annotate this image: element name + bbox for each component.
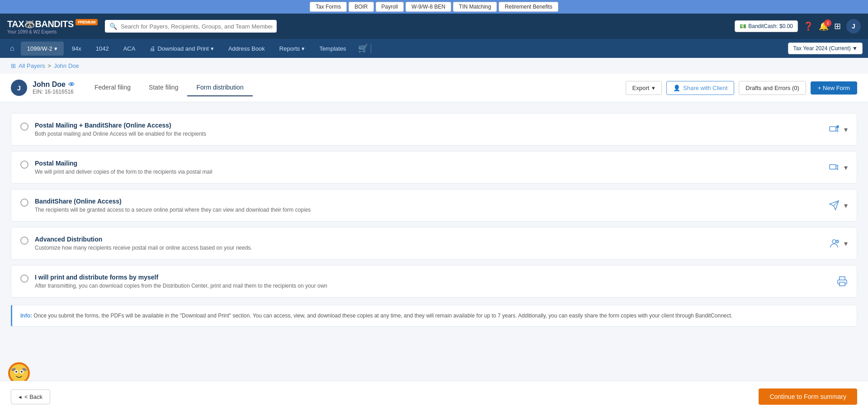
- option-text: Advanced Distribution Customize how many…: [35, 236, 252, 251]
- top-nav-retirement[interactable]: Retirement Benefits: [499, 2, 558, 12]
- radio-self-print[interactable]: [20, 275, 28, 283]
- option-right: ▾: [829, 200, 848, 211]
- top-nav-tax-forms[interactable]: Tax Forms: [310, 2, 347, 12]
- share-client-button[interactable]: 👤 Share with Client: [666, 81, 734, 95]
- logo-sub: Your 1099 & W2 Experts: [7, 29, 98, 34]
- info-label: Info:: [20, 313, 32, 319]
- home-button[interactable]: ⌂: [5, 42, 19, 55]
- option-right: ▾: [829, 238, 848, 249]
- cart-icon[interactable]: 🛒: [358, 43, 368, 53]
- nav-94x[interactable]: 94x: [66, 42, 88, 56]
- breadcrumb-all-payers[interactable]: All Payers: [19, 62, 45, 69]
- postal-banditshare-icon: [829, 124, 840, 135]
- back-button[interactable]: ◂ < Back: [11, 389, 50, 404]
- search-box: 🔍: [105, 20, 277, 33]
- option-chevron: ▾: [844, 201, 848, 210]
- visibility-icon[interactable]: 👁: [68, 81, 75, 88]
- share-client-label: Share with Client: [683, 85, 727, 91]
- bandit-cash-icon: 💵: [740, 23, 746, 29]
- nav-1099-w2[interactable]: 1099/W-2 ▾: [21, 42, 64, 56]
- footer: ◂ < Back Continue to Form summary: [0, 381, 868, 412]
- option-title: I will print and distribute forms by mys…: [35, 274, 327, 281]
- radio-banditshare[interactable]: [20, 199, 28, 207]
- nav-reports-label: Reports: [279, 45, 300, 52]
- option-right: ▾: [829, 124, 848, 135]
- option-desc: Customize how many recipients receive po…: [35, 245, 252, 251]
- option-text: BanditShare (Online Access) The recipien…: [35, 198, 311, 213]
- advanced-distribution-option[interactable]: Advanced Distribution Customize how many…: [11, 227, 857, 260]
- nav-divider: [371, 44, 371, 53]
- postal-icon: [829, 162, 840, 173]
- radio-advanced[interactable]: [20, 237, 28, 245]
- continue-button[interactable]: Continue to Form summary: [759, 388, 857, 405]
- action-buttons: Export ▾ 👤 Share with Client Drafts and …: [626, 81, 858, 95]
- postal-mailing-option[interactable]: Postal Mailing We will print and deliver…: [11, 151, 857, 184]
- back-icon: ◂: [19, 393, 22, 400]
- payer-name-text: John Doe: [33, 81, 66, 89]
- postal-banditshare-option[interactable]: Postal Mailing + BanditShare (Online Acc…: [11, 113, 857, 146]
- main-navigation: ⌂ 1099/W-2 ▾ 94x 1042 ACA 🖨 Download and…: [0, 39, 868, 58]
- tax-year-selector[interactable]: Tax Year 2024 (Current) ▼: [788, 43, 863, 54]
- bandit-cash-button[interactable]: 💵 BanditCash: $0.00: [735, 20, 798, 32]
- content-header: J John Doe 👁 EIN: 16-1616516 Federal fil…: [0, 74, 868, 102]
- search-icon: 🔍: [109, 23, 117, 30]
- notifications-button[interactable]: 🔔 2: [819, 21, 829, 31]
- banditshare-option[interactable]: BanditShare (Online Access) The recipien…: [11, 189, 857, 222]
- send-icon: [829, 200, 840, 211]
- radio-postal-mailing[interactable]: [20, 161, 28, 169]
- main-content: Postal Mailing + BanditShare (Online Acc…: [0, 102, 868, 412]
- header: TAX🦝BANDITSPREMIUM Your 1099 & W2 Expert…: [0, 14, 868, 39]
- payer-info: J John Doe 👁 EIN: 16-1616516: [11, 80, 75, 96]
- info-text: Once you submit the forms, the PDFs will…: [33, 313, 732, 319]
- search-input[interactable]: [121, 23, 272, 30]
- top-nav-w9-w8[interactable]: W-9/W-8 BEN: [406, 2, 451, 12]
- tab-federal-filing[interactable]: Federal filing: [85, 79, 140, 96]
- export-chevron-icon: ▾: [652, 85, 655, 91]
- svg-rect-0: [830, 127, 836, 131]
- drafts-label: Drafts and Errors (0): [745, 85, 799, 91]
- help-button[interactable]: ❓: [803, 21, 813, 31]
- tab-state-filing[interactable]: State filing: [140, 79, 187, 96]
- nav-download-print[interactable]: 🖨 Download and Print ▾: [143, 42, 220, 56]
- cart-area: 🛒: [354, 43, 375, 53]
- breadcrumb-current-payer[interactable]: John Doe: [54, 62, 79, 69]
- new-form-label: + New Form: [818, 85, 850, 91]
- svg-point-7: [10, 364, 28, 382]
- search-area: 🔍: [105, 20, 727, 33]
- option-desc: Both postal mailing and Online Access wi…: [35, 131, 206, 137]
- nav-aca-label: ACA: [123, 45, 136, 52]
- option-right: ▾: [829, 162, 848, 173]
- top-nav-tin-matching[interactable]: TIN Matching: [453, 2, 497, 12]
- self-print-option[interactable]: I will print and distribute forms by mys…: [11, 265, 857, 298]
- option-desc: We will print and deliver copies of the …: [35, 169, 212, 175]
- payer-ein: EIN: 16-1616516: [33, 89, 75, 95]
- user-avatar[interactable]: J: [846, 19, 861, 33]
- svg-point-3: [832, 240, 836, 243]
- top-nav-boir[interactable]: BOIR: [349, 2, 373, 12]
- nav-1099-w2-chevron: ▾: [54, 45, 57, 52]
- drafts-errors-button[interactable]: Drafts and Errors (0): [739, 81, 806, 95]
- continue-label: Continue to Form summary: [769, 393, 846, 400]
- nav-templates[interactable]: Templates: [313, 42, 352, 56]
- option-left: Postal Mailing + BanditShare (Online Acc…: [20, 122, 206, 137]
- top-navigation: Tax Forms BOIR Payroll W-9/W-8 BEN TIN M…: [0, 0, 868, 14]
- export-button[interactable]: Export ▾: [626, 81, 662, 95]
- notification-badge: 2: [824, 19, 831, 27]
- nav-reports[interactable]: Reports ▾: [273, 42, 311, 56]
- apps-button[interactable]: ⊞: [834, 21, 841, 31]
- option-chevron: ▾: [844, 239, 848, 248]
- nav-aca[interactable]: ACA: [117, 42, 142, 56]
- logo: TAX🦝BANDITSPREMIUM Your 1099 & W2 Expert…: [7, 19, 98, 34]
- logo-area: TAX🦝BANDITSPREMIUM Your 1099 & W2 Expert…: [7, 19, 98, 34]
- radio-postal-banditshare[interactable]: [20, 123, 28, 131]
- tab-form-distribution[interactable]: Form distribution: [187, 79, 252, 96]
- nav-address-book[interactable]: Address Book: [222, 42, 271, 56]
- share-icon: 👤: [673, 85, 680, 91]
- back-label: < Back: [24, 393, 42, 400]
- top-nav-payroll[interactable]: Payroll: [376, 2, 404, 12]
- payer-name: John Doe 👁: [33, 81, 75, 89]
- nav-1042[interactable]: 1042: [90, 42, 115, 56]
- option-text: Postal Mailing We will print and deliver…: [35, 160, 212, 175]
- svg-point-10: [15, 371, 17, 373]
- new-form-button[interactable]: + New Form: [811, 81, 857, 95]
